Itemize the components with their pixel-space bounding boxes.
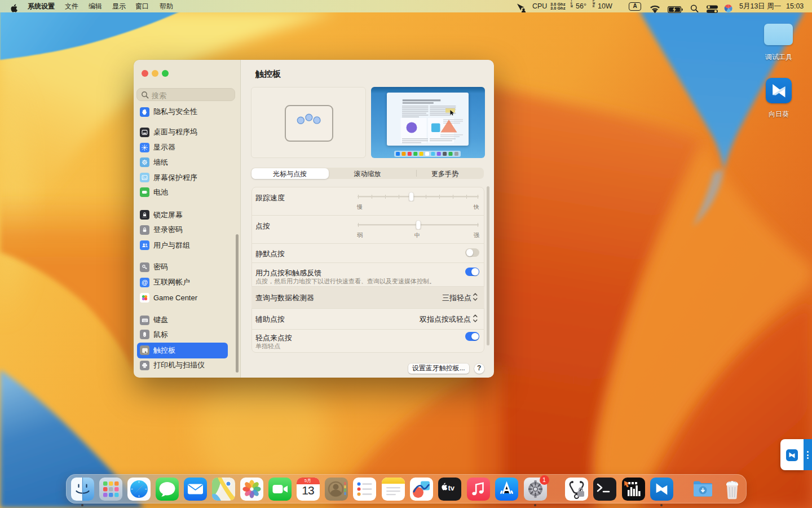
- svg-text:tv: tv: [448, 483, 454, 492]
